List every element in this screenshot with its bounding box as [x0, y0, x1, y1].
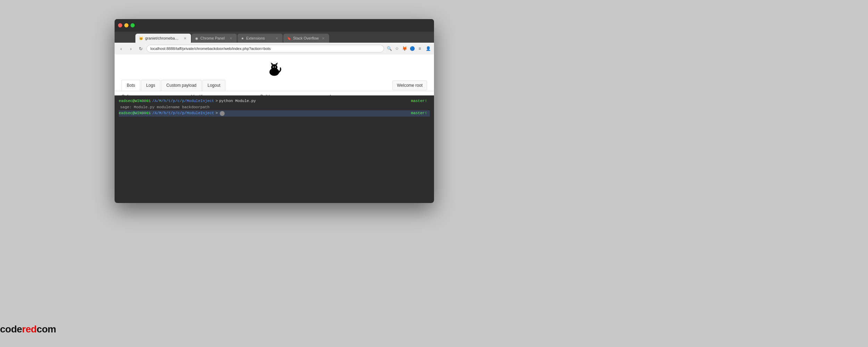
- terminal-prompt-1: >: [216, 98, 218, 104]
- brand-suffix: com: [36, 324, 56, 335]
- url-text: localhost:8888/taff/private/chromebackdo…: [150, 46, 271, 51]
- tab-favicon-4: 🔖: [287, 36, 291, 40]
- back-button[interactable]: ‹: [117, 45, 125, 52]
- tab-close-4[interactable]: ✕: [321, 36, 326, 41]
- welcome-badge: Welcome root: [392, 81, 427, 90]
- terminal-line-1: eadsec@WIN0001 /A/M/h/t/p/c/p/ModuleInje…: [119, 98, 430, 104]
- minimize-button[interactable]: [124, 23, 128, 27]
- nav-item-custom-payload[interactable]: Custom payload: [161, 80, 202, 91]
- brand-prefix: code: [0, 324, 22, 335]
- menu-icon[interactable]: ≡: [417, 45, 423, 52]
- terminal-text-2: sage: Module.py modulename backdoorpath: [120, 104, 209, 111]
- nav-menu: Bots Logs Custom payload Logout Welcome …: [115, 80, 434, 91]
- title-bar: [115, 19, 434, 32]
- forward-button[interactable]: ›: [127, 45, 135, 52]
- tab-stackoverflow[interactable]: 🔖 Stack Overflow ✕: [283, 34, 329, 43]
- tab-favicon-1: 🐱: [139, 36, 143, 40]
- terminal-cursor: [220, 111, 225, 116]
- url-bar[interactable]: localhost:8888/taff/private/chromebackdo…: [147, 45, 384, 52]
- webpage-header: [115, 54, 434, 80]
- terminal-path-3: /A/M/h/t/p/c/p/ModuleInject: [152, 110, 214, 117]
- tab-favicon-2: ◉: [195, 36, 198, 40]
- tab-chromebackdoor[interactable]: 🐱 graniet/chromebackdoor: ✕: [135, 34, 191, 43]
- brand-red: red: [22, 324, 36, 335]
- browser-window: 🐱 graniet/chromebackdoor: ✕ ◉ Chrome Pan…: [115, 19, 434, 203]
- terminal-prompt-3: >: [216, 110, 218, 117]
- profile-icon[interactable]: 👤: [425, 45, 431, 52]
- tab-label-1: graniet/chromebackdoor:: [145, 36, 181, 40]
- brand-label: coderedcom: [0, 324, 56, 335]
- tab-bar: 🐱 graniet/chromebackdoor: ✕ ◉ Chrome Pan…: [115, 32, 434, 43]
- terminal-line-3: eadsec@WIN0001 /A/M/h/t/p/c/p/ModuleInje…: [119, 110, 430, 117]
- tab-close-3[interactable]: ✕: [274, 36, 279, 41]
- address-bar: ‹ › ↻ localhost:8888/taff/private/chrome…: [115, 43, 434, 54]
- terminal-lines: eadsec@WIN0001 /A/M/h/t/p/c/p/ModuleInje…: [115, 95, 434, 203]
- sync-icon[interactable]: 🔵: [409, 45, 415, 52]
- svg-point-5: [275, 67, 276, 68]
- svg-point-1: [271, 64, 277, 70]
- terminal-user-1: eadsec@WIN0001: [119, 98, 151, 104]
- tab-chrome-panel[interactable]: ◉ Chrome Panel ✕: [192, 34, 237, 43]
- terminal-overlay[interactable]: eadsec@WIN0001 /A/M/h/t/p/c/p/ModuleInje…: [115, 95, 434, 203]
- cat-logo: [266, 61, 283, 76]
- nav-items: Bots Logs Custom payload Logout: [122, 80, 226, 91]
- terminal-branch-1: master!: [411, 98, 430, 104]
- reload-button[interactable]: ↻: [137, 45, 144, 52]
- terminal-line-2: sage: Module.py modulename backdoorpath: [119, 104, 430, 111]
- tab-label-3: Extensions: [246, 36, 272, 40]
- maximize-button[interactable]: [131, 23, 135, 27]
- tab-label-2: Chrome Panel: [200, 36, 226, 40]
- terminal-command-1: python Module.py: [219, 98, 256, 104]
- terminal-path-1: /A/M/h/t/p/c/p/ModuleInject: [152, 98, 214, 104]
- svg-point-4: [273, 67, 274, 68]
- nav-item-logout[interactable]: Logout: [202, 80, 226, 91]
- search-icon[interactable]: 🔍: [386, 45, 392, 52]
- browser-content: Bots Logs Custom payload Logout Welcome …: [115, 54, 434, 203]
- nav-item-logs[interactable]: Logs: [141, 80, 160, 91]
- star-icon[interactable]: ☆: [394, 45, 400, 52]
- terminal-branch-3: master!: [411, 110, 430, 117]
- close-button[interactable]: [118, 23, 122, 27]
- tab-close-1[interactable]: ✕: [183, 36, 187, 41]
- traffic-lights: [118, 23, 135, 27]
- tab-favicon-3: ★: [241, 36, 244, 40]
- tab-label-4: Stack Overflow: [293, 36, 319, 40]
- tab-close-2[interactable]: ✕: [228, 36, 233, 41]
- address-icons: 🔍 ☆ 🦊 🔵 ≡: [386, 45, 423, 52]
- emoji-icon[interactable]: 🦊: [401, 45, 408, 52]
- nav-item-bots[interactable]: Bots: [122, 80, 140, 91]
- terminal-user-3: eadsec@WIN0001: [119, 110, 151, 117]
- tab-extensions[interactable]: ★ Extensions ✕: [237, 34, 283, 43]
